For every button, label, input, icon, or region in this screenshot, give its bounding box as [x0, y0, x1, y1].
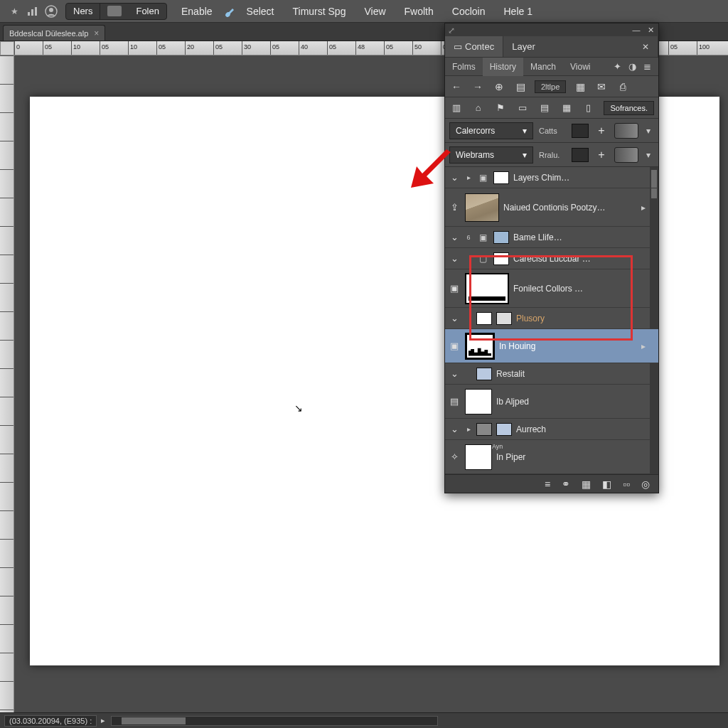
- layer-name[interactable]: Restalit: [496, 369, 648, 379]
- layer-name[interactable]: Aurrech: [516, 424, 648, 434]
- layer-row-group-header[interactable]: ⌄ ▸ ▣ Layers Chim…: [445, 167, 658, 188]
- layer-thumbnail[interactable]: [493, 171, 509, 184]
- layer-thumbnail[interactable]: [465, 273, 509, 304]
- layer-name[interactable]: Plusory: [516, 314, 648, 323]
- layer-row[interactable]: ⌄ ▢ Carecisd Luccbar …: [445, 248, 658, 269]
- menu-icon[interactable]: ≣: [643, 61, 651, 72]
- flag-icon[interactable]: ⚑: [493, 102, 507, 113]
- device-icon[interactable]: ▯: [582, 102, 595, 113]
- layer-thumbnail[interactable]: [465, 333, 495, 360]
- layer-thumbnail[interactable]: [493, 231, 509, 244]
- visibility-toggle-icon[interactable]: ⌄: [448, 313, 461, 323]
- menu-hele1[interactable]: Hele 1: [495, 0, 540, 23]
- layer-row[interactable]: ⇪ Naiued Contionis Pootzy… ▸: [445, 188, 658, 227]
- scrollbar-thumb[interactable]: [122, 717, 186, 724]
- visibility-toggle-icon[interactable]: ⌄: [448, 232, 461, 242]
- mail-icon[interactable]: ✉: [594, 81, 609, 92]
- layer-name[interactable]: Bame Llife…: [513, 232, 648, 242]
- layers-icon[interactable]: ▥: [449, 102, 463, 113]
- pill-right[interactable]: Folen: [129, 4, 166, 19]
- layer-thumbnail[interactable]: [465, 444, 492, 470]
- grid-icon[interactable]: ▦: [582, 478, 591, 490]
- layer-thumbnail[interactable]: [493, 252, 509, 265]
- layer-name[interactable]: In Houing: [499, 341, 637, 351]
- chat-icon[interactable]: ▤: [537, 102, 551, 113]
- layer-thumbnail[interactable]: [476, 368, 492, 380]
- brush-icon[interactable]: [223, 4, 237, 18]
- layer-thumbnail[interactable]: [476, 423, 492, 436]
- swatch-thumb-2[interactable]: [572, 148, 589, 162]
- sofrances-button[interactable]: Sofrances.: [604, 101, 654, 115]
- add-icon[interactable]: +: [594, 149, 609, 161]
- menu-enable[interactable]: Enable: [173, 0, 221, 23]
- horizontal-scrollbar[interactable]: [111, 716, 438, 726]
- tool-icon[interactable]: ▣: [448, 283, 461, 294]
- chart-icon[interactable]: [24, 3, 41, 20]
- subtab-viowi[interactable]: Viowi: [563, 58, 597, 76]
- layer-row[interactable]: ▣ Fonilect Collors …: [445, 269, 658, 308]
- menu-cocloin[interactable]: Cocloin: [444, 0, 494, 23]
- doc-icon[interactable]: ▤: [513, 81, 528, 92]
- select-calercorrs[interactable]: Calercorrs ▾: [449, 122, 533, 139]
- layer-thumbnail[interactable]: [476, 312, 492, 325]
- layer-row[interactable]: ⌄ 6 ▣ Bame Llife…: [445, 227, 658, 248]
- add-icon[interactable]: +: [594, 124, 609, 137]
- swatch-thumb-1[interactable]: [572, 124, 589, 138]
- visibility-toggle-icon[interactable]: ⌄: [448, 424, 461, 434]
- chevron-right-icon[interactable]: ▸: [641, 203, 648, 213]
- print-icon[interactable]: ⎙: [616, 81, 630, 92]
- layer-row-selected[interactable]: ▣ In Houing ▸: [445, 329, 658, 363]
- subtab-history[interactable]: History: [483, 58, 523, 76]
- forward-icon[interactable]: →: [471, 81, 485, 92]
- pill-left[interactable]: Ners: [66, 4, 100, 19]
- fx-icon[interactable]: ✧: [448, 451, 461, 462]
- status-dropdown-icon[interactable]: ▸: [101, 716, 105, 725]
- layer-name[interactable]: Ib Aljped: [496, 397, 648, 407]
- close-icon[interactable]: ×: [94, 28, 99, 38]
- menu-icon[interactable]: ≡: [545, 478, 550, 490]
- wand-icon[interactable]: ✦: [614, 61, 621, 72]
- home-icon[interactable]: ⌂: [471, 102, 485, 113]
- visibility-toggle-icon[interactable]: ⌄: [448, 368, 461, 379]
- subtab-folms[interactable]: Folms: [445, 58, 483, 76]
- tool-icon[interactable]: ▤: [448, 396, 461, 407]
- mode-pill[interactable]: Ners Folen: [65, 3, 167, 20]
- layer-name[interactable]: In Piper: [496, 452, 648, 462]
- toggle-1[interactable]: [614, 123, 638, 139]
- user-icon[interactable]: [43, 3, 60, 20]
- layer-row[interactable]: ✧ Ayn In Piper: [445, 440, 658, 474]
- menu-timurst[interactable]: Timurst Spg: [284, 0, 355, 23]
- document-tab[interactable]: Bddeslcal Düleslee.alp ×: [3, 25, 105, 41]
- panel-grip-icon[interactable]: ⤢: [448, 26, 455, 36]
- mask-icon[interactable]: ◧: [602, 478, 611, 490]
- menu-view[interactable]: View: [355, 0, 394, 23]
- back-icon[interactable]: ←: [449, 81, 464, 92]
- visibility-toggle-icon[interactable]: ⌄: [448, 172, 461, 183]
- close-icon[interactable]: ✕: [642, 42, 649, 52]
- panel-titlebar[interactable]: ⤢ — ✕: [445, 23, 658, 36]
- target-icon[interactable]: ◎: [641, 478, 650, 490]
- layer-name[interactable]: Layers Chim…: [513, 173, 648, 183]
- zoom-icon[interactable]: ⊕: [492, 81, 506, 92]
- layer-mask-thumbnail[interactable]: [496, 312, 512, 325]
- link-icon[interactable]: ⚭: [562, 478, 570, 490]
- expand-icon[interactable]: ▸: [465, 425, 472, 433]
- layer-thumbnail[interactable]: [465, 193, 499, 222]
- layer-mask-thumbnail[interactable]: [496, 423, 512, 436]
- menu-fwolth[interactable]: Fwolth: [396, 0, 442, 23]
- layer-thumbnail[interactable]: [465, 389, 492, 414]
- link-icon[interactable]: ⇪: [448, 202, 461, 213]
- panel-tab-layer[interactable]: Layer ✕: [503, 36, 658, 57]
- layer-name[interactable]: Carecisd Luccbar …: [513, 254, 648, 264]
- chevron-down-icon[interactable]: ▾: [644, 150, 653, 160]
- ruler-vertical[interactable]: [0, 55, 14, 712]
- layer-name[interactable]: Fonilect Collors …: [513, 284, 648, 294]
- chevron-down-icon[interactable]: ▾: [644, 126, 653, 136]
- panel-tab-contec[interactable]: ▭ Contec: [445, 36, 503, 57]
- minimize-icon[interactable]: —: [631, 26, 641, 34]
- visibility-toggle-icon[interactable]: ⌄: [448, 253, 461, 264]
- layer-row[interactable]: ▤ Ib Aljped: [445, 385, 658, 419]
- layer-row[interactable]: ⌄ Plusory: [445, 308, 658, 329]
- layer-row[interactable]: ⌄ Restalit: [445, 363, 658, 385]
- grid-icon[interactable]: ▦: [573, 81, 587, 92]
